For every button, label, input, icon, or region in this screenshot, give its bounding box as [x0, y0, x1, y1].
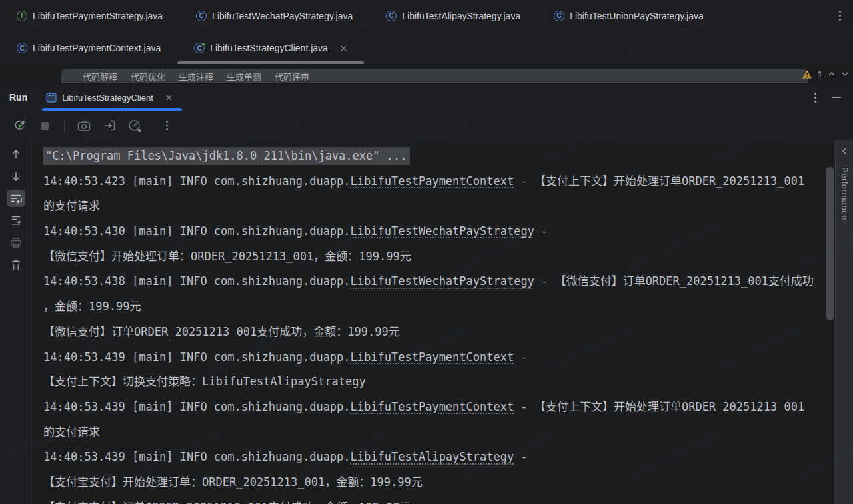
tab-libifutestwechatpaystrategy[interactable]: C LibifuTestWechatPayStrategy.java: [179, 0, 369, 31]
console-line: 的支付请求: [43, 194, 853, 219]
restore-layout-button[interactable]: [101, 118, 117, 134]
console-output[interactable]: "C:\Program Files\Java\jdk1.8.0_211\bin\…: [32, 140, 853, 504]
run-overlay-icon: [201, 41, 207, 47]
run-body: "C:\Program Files\Java\jdk1.8.0_211\bin\…: [0, 140, 853, 504]
tab-libifutestpaymentcontext[interactable]: C LibifuTestPaymentContext.java: [0, 32, 177, 64]
ai-actions-band: 代码解释 代码优化 生成注释 生成单测 代码评审: [61, 69, 808, 83]
tab-options-kebab-icon[interactable]: [827, 0, 853, 31]
ai-action-generate-tests[interactable]: 生成单测: [227, 70, 261, 83]
toolbar-more-kebab-icon[interactable]: [152, 118, 168, 134]
editor-strip: 代码解释 代码优化 生成注释 生成单测 代码评审 1: [0, 64, 853, 83]
close-icon[interactable]: [340, 45, 347, 52]
logger-class-link[interactable]: LibifuTestAlipayStrategy: [351, 450, 514, 463]
class-icon: C: [196, 11, 207, 21]
next-problem-chevron-down-icon[interactable]: [841, 71, 849, 77]
log-text: -: [514, 350, 527, 364]
gauge-icon: [128, 119, 142, 132]
prev-problem-chevron-up-icon[interactable]: [828, 71, 836, 77]
log-text: 的支付请求: [43, 425, 100, 439]
scroll-to-end-icon[interactable]: [7, 212, 25, 229]
ai-action-optimize-code[interactable]: 代码优化: [131, 70, 165, 83]
thread-dump-button[interactable]: [76, 118, 92, 134]
log-text: 【支付上下文】切换支付策略：LibifuTestAlipayStrategy: [43, 375, 366, 388]
ai-action-code-review[interactable]: 代码评审: [275, 70, 309, 83]
rerun-button[interactable]: [11, 118, 27, 134]
console-line: "C:\Program Files\Java\jdk1.8.0_211\bin\…: [43, 144, 853, 169]
console-line: 14:40:53.430 [main] INFO com.shizhuang.d…: [43, 219, 853, 244]
tab-label: LibifuTestAlipayStrategy.java: [402, 11, 520, 21]
up-stacktrace-arrow-icon[interactable]: [7, 146, 25, 163]
profiler-button[interactable]: [127, 118, 143, 134]
log-text: 14:40:53.438 [main] INFO com.shizhuang.d…: [43, 274, 351, 288]
console-line: 14:40:53.423 [main] INFO com.shizhuang.d…: [43, 169, 853, 194]
clear-all-trash-icon[interactable]: [7, 256, 25, 273]
log-text: 的支付请求: [43, 199, 100, 212]
console-line: 14:40:53.439 [main] INFO com.shizhuang.d…: [43, 345, 853, 370]
import-arrow-icon: [103, 119, 116, 132]
console-line: 14:40:53.439 [main] INFO com.shizhuang.d…: [43, 395, 853, 420]
close-icon[interactable]: [165, 94, 173, 101]
logger-class-link[interactable]: LibifuTestWechatPayStrategy: [351, 274, 534, 288]
class-icon: C: [554, 11, 564, 21]
stop-button[interactable]: [37, 118, 53, 134]
performance-tab[interactable]: Performance: [840, 167, 850, 220]
interface-icon: I: [17, 11, 27, 21]
tab-libifutestalipaystrategy[interactable]: C LibifuTestAlipayStrategy.java: [369, 0, 537, 31]
warning-icon[interactable]: [802, 69, 812, 79]
console-gutter-toolbar: [0, 140, 32, 504]
log-text: 【支付宝支付】订单ORDER_20251213_001支付成功，金额：199.9…: [43, 501, 411, 504]
run-options-kebab-icon[interactable]: [814, 93, 816, 103]
log-text: 14:40:53.423 [main] INFO com.shizhuang.d…: [43, 174, 351, 188]
console-line: 【支付宝支付】订单ORDER_20251213_001支付成功，金额：199.9…: [43, 495, 853, 504]
print-icon[interactable]: [7, 234, 25, 251]
console-line: ，金额：199.99元: [43, 294, 853, 320]
logger-class-link[interactable]: LibifuTestPaymentContext: [351, 400, 514, 413]
log-text: 14:40:53.439 [main] INFO com.shizhuang.d…: [43, 400, 351, 413]
ai-action-explain-code[interactable]: 代码解释: [83, 70, 117, 83]
tab-label: LibifuTestStrategyClient.java: [210, 43, 328, 53]
ide-window: I LibifuTestPaymentStrategy.java C Libif…: [0, 0, 853, 504]
log-text: 【微信支付】订单ORDER_20251213_001支付成功，金额：199.99…: [43, 325, 400, 338]
tab-libifutestunionpaystrategy[interactable]: C LibifuTestUnionPayStrategy.java: [537, 0, 720, 31]
console-line: 14:40:53.438 [main] INFO com.shizhuang.d…: [43, 269, 853, 294]
tab-libifuteststrategyclient[interactable]: C LibifuTestStrategyClient.java: [177, 32, 364, 64]
tab-label: LibifuTestWechatPayStrategy.java: [212, 11, 353, 21]
soft-wrap-toggle-icon[interactable]: [7, 190, 25, 207]
stop-icon: [40, 121, 49, 130]
command-line-text: "C:\Program Files\Java\jdk1.8.0_211\bin\…: [43, 147, 410, 165]
down-stacktrace-arrow-icon[interactable]: [7, 168, 25, 185]
editor-tab-bar-row2: C LibifuTestPaymentContext.java C Libifu…: [0, 32, 853, 64]
log-text: ，金额：199.99元: [43, 300, 141, 313]
run-toolbar: [0, 111, 853, 140]
ai-action-generate-comments[interactable]: 生成注释: [179, 70, 213, 83]
console-line: 【微信支付】订单ORDER_20251213_001支付成功，金额：199.99…: [43, 320, 853, 345]
console-line: 【微信支付】开始处理订单：ORDER_20251213_001，金额：199.9…: [43, 244, 853, 270]
warning-count[interactable]: 1: [818, 69, 822, 79]
log-text: 14:40:53.439 [main] INFO com.shizhuang.d…: [43, 450, 351, 463]
console-icon: [46, 93, 57, 103]
console-line: 14:40:53.439 [main] INFO com.shizhuang.d…: [43, 445, 853, 470]
camera-icon: [77, 120, 91, 132]
runnable-class-icon: C: [194, 43, 205, 53]
log-text: -: [534, 224, 548, 238]
tab-label: LibifuTestPaymentContext.java: [33, 43, 161, 53]
class-icon: C: [386, 11, 397, 21]
log-text: 14:40:53.430 [main] INFO com.shizhuang.d…: [43, 224, 351, 238]
tab-libifutestpaymentstrategy[interactable]: I LibifuTestPaymentStrategy.java: [0, 0, 179, 31]
logger-class-link[interactable]: LibifuTestWechatPayStrategy: [351, 224, 534, 238]
run-tab-libifuteststrategyclient[interactable]: LibifuTestStrategyClient: [42, 84, 182, 111]
log-text: -: [514, 450, 527, 463]
hide-tool-window-icon[interactable]: [832, 97, 841, 98]
console-line: 【支付上下文】切换支付策略：LibifuTestAlipayStrategy: [43, 370, 853, 395]
logger-class-link[interactable]: LibifuTestPaymentContext: [351, 350, 514, 364]
log-text: 【微信支付】开始处理订单：ORDER_20251213_001，金额：199.9…: [43, 250, 411, 263]
performance-stripe: Performance: [835, 140, 853, 504]
logger-class-link[interactable]: LibifuTestPaymentContext: [351, 174, 514, 188]
run-tab-label: LibifuTestStrategyClient: [62, 93, 153, 103]
console-line: 的支付请求: [43, 420, 853, 445]
console-lines: "C:\Program Files\Java\jdk1.8.0_211\bin\…: [43, 144, 853, 504]
collapse-chevron-left-icon[interactable]: [841, 147, 848, 155]
vertical-scrollbar-thumb[interactable]: [826, 167, 834, 320]
log-text: 14:40:53.439 [main] INFO com.shizhuang.d…: [43, 350, 351, 364]
rerun-icon: [13, 119, 27, 132]
